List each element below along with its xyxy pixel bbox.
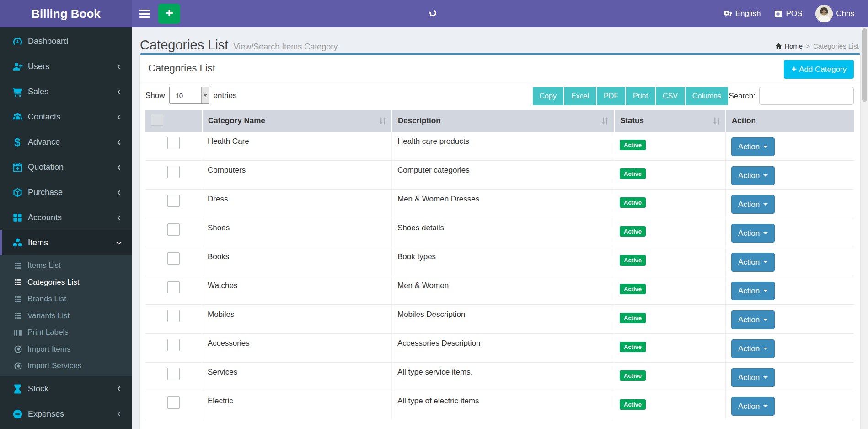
loading-spinner	[429, 9, 437, 17]
navbar-right: A English POS Chris	[723, 5, 868, 22]
svg-text:A: A	[725, 11, 728, 15]
sidebar-subitem-link[interactable]: Brands List	[0, 291, 132, 308]
export-button[interactable]: Print	[626, 87, 656, 105]
checkbox-cell	[145, 190, 202, 218]
sidebar-subitem-label: Import Items	[27, 345, 70, 354]
status-cell: Active	[614, 363, 725, 391]
sidebar-subitem-label: Import Services	[27, 361, 81, 370]
table-row: Accessories Accessories Description Acti…	[145, 334, 854, 363]
quick-add-button[interactable]: +	[158, 4, 180, 24]
action-cell: Action	[725, 276, 854, 305]
sidebar-item-link[interactable]: Accounts	[0, 205, 132, 230]
entries-value: 10	[176, 92, 183, 99]
search-input[interactable]	[759, 87, 854, 105]
export-button[interactable]: CSV	[656, 87, 686, 105]
sidebar-item-link[interactable]: Items	[0, 230, 132, 255]
sidebar-subitem-link[interactable]: Categories List	[0, 274, 132, 291]
sidebar-item-link[interactable]: Users	[0, 54, 132, 79]
cubes-icon	[11, 238, 24, 249]
sidebar-item-link[interactable]: Stock	[0, 376, 132, 402]
export-button[interactable]: Copy	[533, 87, 564, 105]
avatar	[815, 5, 833, 22]
hourglass-icon	[11, 383, 24, 394]
action-dropdown-button[interactable]: Action	[731, 166, 775, 185]
sidebar-item: Quotation	[0, 155, 132, 180]
entries-select[interactable]: 10	[169, 87, 209, 104]
select-all-checkbox[interactable]	[151, 114, 163, 126]
page-scrollbar[interactable]	[861, 27, 868, 429]
sidebar-item: Purchase	[0, 180, 132, 205]
action-dropdown-button[interactable]: Action	[731, 397, 775, 416]
row-checkbox[interactable]	[167, 195, 180, 207]
sidebar-subitem-link[interactable]: Print Labels	[0, 324, 132, 341]
sidebar-subitem-label: Categories List	[27, 278, 79, 287]
row-checkbox[interactable]	[167, 137, 180, 149]
sidebar-item: Expenses	[0, 402, 132, 427]
row-checkbox[interactable]	[167, 310, 180, 322]
sidebar-subitem-link[interactable]: Items List	[0, 257, 132, 274]
sidebar-item-link[interactable]: Contacts	[0, 104, 132, 130]
description-cell: Accessories Description	[391, 334, 614, 363]
breadcrumb-home-link[interactable]: Home	[775, 42, 803, 50]
sidebar-menu: Dashboard Users	[0, 27, 132, 427]
user-menu[interactable]: Chris	[815, 5, 854, 22]
row-checkbox[interactable]	[167, 166, 180, 178]
action-dropdown-button[interactable]: Action	[731, 253, 775, 272]
row-checkbox[interactable]	[167, 339, 180, 351]
app-logo[interactable]: Billing Book	[0, 0, 132, 27]
sidebar-subitem-link[interactable]: Import Items	[0, 341, 132, 358]
action-dropdown-button[interactable]: Action	[731, 224, 775, 243]
list-icon	[12, 294, 23, 304]
hamburger-icon	[139, 10, 150, 11]
action-dropdown-button[interactable]: Action	[731, 137, 775, 156]
sidebar-item-link[interactable]: Purchase	[0, 180, 132, 205]
sidebar-item-link[interactable]: Sales	[0, 79, 132, 104]
status-badge: Active	[620, 342, 646, 352]
sidebar-subitem: Import Services	[0, 358, 132, 375]
import-icon	[12, 345, 23, 354]
top-navbar: + A English POS Chris	[132, 0, 868, 27]
row-checkbox[interactable]	[167, 281, 180, 293]
scrollbar-thumb[interactable]	[862, 28, 867, 102]
action-dropdown-button[interactable]: Action	[731, 282, 775, 300]
language-menu[interactable]: A English	[723, 9, 761, 18]
column-header-description[interactable]: Description	[391, 110, 614, 132]
checkbox-cell	[145, 161, 202, 190]
chevron-left-icon	[116, 89, 122, 95]
sort-icon	[600, 116, 610, 125]
category-name-cell: Services	[202, 363, 391, 391]
status-badge: Active	[620, 226, 646, 237]
sidebar-subitem-link[interactable]: Variants List	[0, 308, 132, 325]
row-checkbox[interactable]	[167, 396, 180, 409]
table-row: Computers Computer categories Active Act…	[145, 161, 854, 190]
action-dropdown-button[interactable]: Action	[731, 368, 775, 387]
column-header-category-name[interactable]: Category Name	[202, 110, 391, 132]
chevron-left-icon	[116, 215, 122, 221]
sidebar-subitem-link[interactable]: Import Services	[0, 358, 132, 375]
sidebar-toggle-button[interactable]	[139, 10, 150, 18]
column-header-status[interactable]: Status	[614, 110, 725, 132]
add-category-button[interactable]: + Add Category	[784, 60, 854, 79]
pos-button[interactable]: POS	[774, 9, 802, 18]
sidebar: Dashboard Users	[0, 27, 132, 429]
sidebar-item-link[interactable]: Quotation	[0, 155, 132, 180]
action-dropdown-button[interactable]: Action	[731, 339, 775, 358]
sidebar-item-link[interactable]: Expenses	[0, 402, 132, 427]
export-button[interactable]: Columns	[686, 87, 728, 105]
sidebar-item-link[interactable]: $ Advance	[0, 130, 132, 155]
action-dropdown-button[interactable]: Action	[731, 195, 775, 214]
action-dropdown-button[interactable]: Action	[731, 310, 775, 329]
sidebar-item-label: Advance	[28, 137, 60, 147]
export-button[interactable]: Excel	[564, 87, 597, 105]
row-checkbox[interactable]	[167, 252, 180, 265]
row-checkbox[interactable]	[167, 368, 180, 380]
status-cell: Active	[614, 276, 725, 305]
status-cell: Active	[614, 391, 725, 420]
row-checkbox[interactable]	[167, 223, 180, 236]
table-row: Mobiles Mobiles Description Active Actio…	[145, 305, 854, 334]
description-cell: Book types	[391, 247, 614, 276]
export-button[interactable]: PDF	[597, 87, 626, 105]
checkbox-cell	[145, 247, 202, 276]
sidebar-item-link[interactable]: Dashboard	[0, 29, 132, 54]
action-cell: Action	[725, 363, 854, 391]
